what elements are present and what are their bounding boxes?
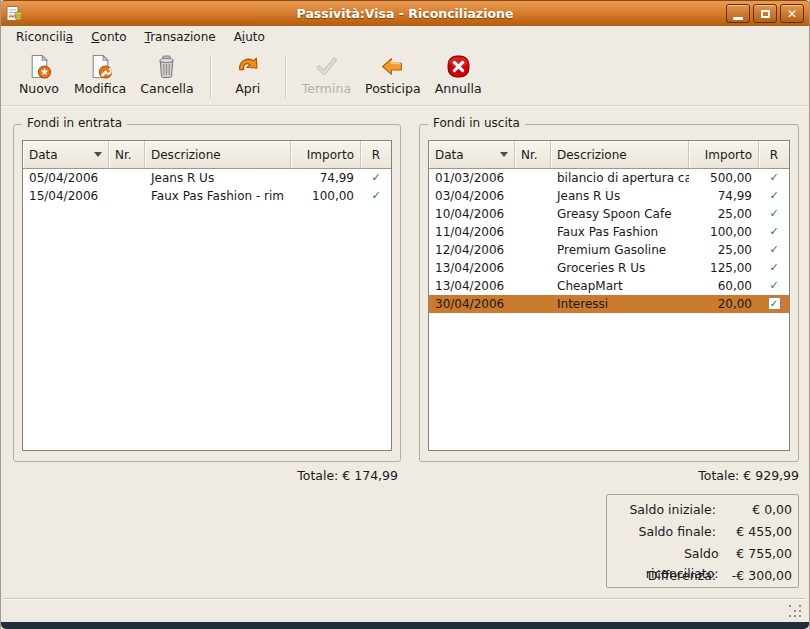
menu-conto[interactable]: Conto xyxy=(82,28,135,46)
reconciled-check-icon: ✓ xyxy=(759,223,789,241)
menu-riconcilia[interactable]: Riconcilia xyxy=(7,28,82,46)
titlebar[interactable]: Passività:Visa - Riconciliazione ✕ xyxy=(1,0,809,26)
funds-in-header: Data Nr. Descrizione Importo R xyxy=(23,141,391,169)
toolbar: Nuovo Modifica Cancella xyxy=(1,48,809,106)
statusbar xyxy=(2,600,808,622)
close-icon: ✕ xyxy=(787,8,797,20)
reconciled-checkbox[interactable]: ✓ xyxy=(768,297,781,310)
funds-out-body: 01/03/2006 bilancio di apertura car500,0… xyxy=(429,169,789,450)
column-header-r[interactable]: R xyxy=(759,141,789,168)
column-header-data[interactable]: Data xyxy=(429,141,515,168)
menu-aiuto[interactable]: Aiuto xyxy=(225,28,274,46)
postpone-button[interactable]: Posticipa xyxy=(358,52,428,102)
column-header-data[interactable]: Data xyxy=(23,141,109,168)
finish-label: Termina xyxy=(302,81,351,96)
reconciled-check-icon: ✓ xyxy=(759,205,789,223)
funds-in-groupbox: Fondi in entrata Data Nr. Descrizione Im… xyxy=(13,124,401,462)
reconciled-balance-row: Saldo riconciliato: € 755,00 xyxy=(611,544,792,566)
starting-balance-label: Saldo iniziale: xyxy=(629,500,716,522)
column-header-descrizione[interactable]: Descrizione xyxy=(145,141,291,168)
reconciled-check-icon: ✓ xyxy=(759,169,789,187)
menubar: Riconcilia Conto Transazione Aiuto xyxy=(1,26,809,48)
reconciled-check-icon: ✓ xyxy=(759,241,789,259)
table-row[interactable]: 11/04/2006 Faux Pas Fashion100,00 ✓ xyxy=(429,223,789,241)
reconciled-balance-label: Saldo riconciliato: xyxy=(611,544,719,566)
new-label: Nuovo xyxy=(19,81,59,96)
funds-out-table: Data Nr. Descrizione Importo R 01/03/200… xyxy=(428,140,790,451)
starting-balance-value: € 0,00 xyxy=(716,500,792,522)
table-row[interactable]: 13/04/2006 Groceries R Us125,00 ✓ xyxy=(429,259,789,277)
reconcile-window: Passività:Visa - Riconciliazione ✕ Ricon… xyxy=(0,0,810,629)
minimize-button[interactable] xyxy=(726,4,750,23)
reconciled-check-icon: ✓ xyxy=(361,187,391,205)
finish-button: Termina xyxy=(295,52,358,102)
toolbar-separator xyxy=(210,56,211,98)
table-row[interactable]: 13/04/2006 CheapMart60,00 ✓ xyxy=(429,277,789,295)
starting-balance-row: Saldo iniziale: € 0,00 xyxy=(611,500,792,522)
new-button[interactable]: Nuovo xyxy=(11,52,67,102)
balance-summary-box: Saldo iniziale: € 0,00 Saldo finale: € 4… xyxy=(606,494,799,588)
column-header-importo[interactable]: Importo xyxy=(689,141,759,168)
open-button[interactable]: Apri xyxy=(220,52,276,102)
close-button[interactable]: ✕ xyxy=(780,4,804,23)
funds-in-body: 05/04/2006 Jeans R Us74,99 ✓ 15/04/2006 … xyxy=(23,169,391,450)
ending-balance-label: Saldo finale: xyxy=(639,522,716,544)
column-header-nr[interactable]: Nr. xyxy=(109,141,145,168)
funds-out-total: Totale: € 929,99 xyxy=(419,468,799,483)
open-account-icon xyxy=(235,54,260,79)
cancel-button[interactable]: Annulla xyxy=(428,52,489,102)
reconciled-check-icon: ✓ xyxy=(759,187,789,205)
sort-desc-icon xyxy=(500,152,508,157)
funds-in-total: Totale: € 174,99 xyxy=(13,468,398,483)
cancel-icon xyxy=(446,54,471,79)
trash-icon xyxy=(154,54,179,79)
reconciled-check-icon: ✓ xyxy=(759,259,789,277)
resize-grip[interactable] xyxy=(789,605,802,618)
maximize-icon xyxy=(761,10,770,18)
funds-out-total-value: € 929,99 xyxy=(743,468,799,483)
funds-in-table: Data Nr. Descrizione Importo R 05/04/200… xyxy=(22,140,392,451)
column-header-importo[interactable]: Importo xyxy=(291,141,361,168)
funds-in-total-value: € 174,99 xyxy=(342,468,398,483)
funds-in-total-label: Totale: xyxy=(297,468,338,483)
toolbar-separator xyxy=(285,56,286,98)
postpone-label: Posticipa xyxy=(365,81,421,96)
delete-button[interactable]: Cancella xyxy=(133,52,200,102)
table-row[interactable]: 15/04/2006 Faux Pas Fashion - rim100,00 … xyxy=(23,187,391,205)
funds-out-header: Data Nr. Descrizione Importo R xyxy=(429,141,789,169)
window-bottom-border xyxy=(1,622,809,629)
reconciled-check-icon: ✓ xyxy=(759,277,789,295)
funds-out-total-label: Totale: xyxy=(698,468,739,483)
column-header-r[interactable]: R xyxy=(361,141,391,168)
difference-row: Differenza: -€ 300,00 xyxy=(611,566,792,588)
funds-out-groupbox: Fondi in uscita Data Nr. Descrizione Imp… xyxy=(419,124,799,462)
delete-label: Cancella xyxy=(140,81,193,96)
table-row[interactable]: 12/04/2006 Premium Gasoline25,00 ✓ xyxy=(429,241,789,259)
edit-transaction-icon xyxy=(88,54,113,79)
column-header-nr[interactable]: Nr. xyxy=(515,141,551,168)
sort-desc-icon xyxy=(94,152,102,157)
difference-label: Differenza: xyxy=(648,566,716,588)
cancel-label: Annulla xyxy=(435,81,482,96)
table-row[interactable]: 10/04/2006 Greasy Spoon Cafe25,00 ✓ xyxy=(429,205,789,223)
left-arrow-icon xyxy=(380,54,405,79)
ending-balance-row: Saldo finale: € 455,00 xyxy=(611,522,792,544)
column-header-descrizione[interactable]: Descrizione xyxy=(551,141,689,168)
funds-in-title: Fondi in entrata xyxy=(22,116,127,130)
table-row[interactable]: 03/04/2006 Jeans R Us74,99 ✓ xyxy=(429,187,789,205)
table-row[interactable]: 05/04/2006 Jeans R Us74,99 ✓ xyxy=(23,169,391,187)
reconciled-check-icon: ✓ xyxy=(361,169,391,187)
table-row[interactable]: 01/03/2006 bilancio di apertura car500,0… xyxy=(429,169,789,187)
maximize-button[interactable] xyxy=(753,4,777,23)
funds-out-title: Fondi in uscita xyxy=(428,116,525,130)
edit-button[interactable]: Modifica xyxy=(67,52,133,102)
difference-value: -€ 300,00 xyxy=(716,566,792,588)
new-transaction-icon xyxy=(27,54,52,79)
minimize-icon xyxy=(733,17,743,20)
edit-label: Modifica xyxy=(74,81,126,96)
open-label: Apri xyxy=(235,81,260,96)
table-row-selected[interactable]: 30/04/2006 Interessi20,00 ✓ xyxy=(429,295,789,313)
gnucash-app-icon xyxy=(6,5,23,22)
menu-transazione[interactable]: Transazione xyxy=(136,28,225,46)
ending-balance-value: € 455,00 xyxy=(716,522,792,544)
